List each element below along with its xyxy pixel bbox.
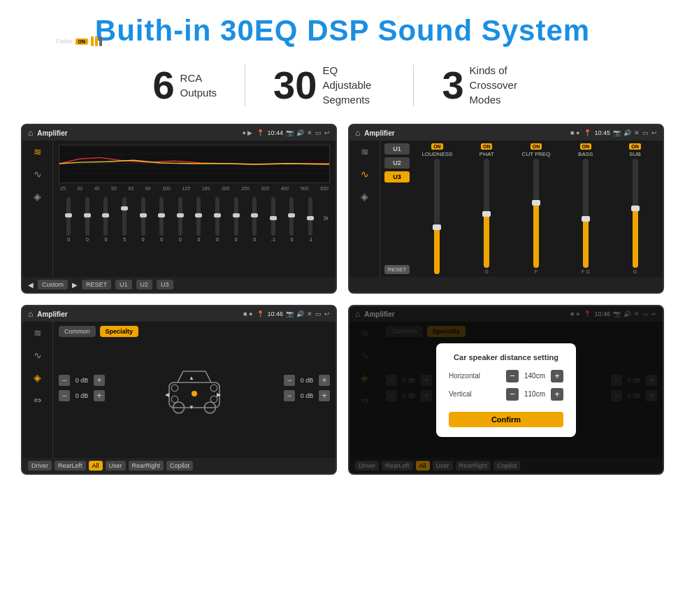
eq-slider-1[interactable]: 0	[60, 197, 78, 242]
eq-label-25: 25	[60, 186, 66, 191]
speaker-icon[interactable]: ◈	[34, 191, 41, 202]
dot-icon-2: ■ ●	[570, 129, 579, 136]
wave-icon[interactable]: ∿	[34, 169, 42, 180]
bass-slider[interactable]	[583, 159, 589, 268]
wave-icon-2[interactable]: ∿	[361, 169, 369, 180]
eq-label-160: 160	[202, 186, 210, 191]
eq-slider-6[interactable]: 0	[153, 197, 171, 242]
eq-mode-icon-2[interactable]: ≋	[361, 146, 369, 157]
bass-name: BASS	[578, 151, 593, 157]
topbar-icons-3: 📍 10:46 📷 🔊 ✕ ▭ ↩	[257, 310, 330, 317]
eq-label-500: 500	[301, 186, 309, 191]
home-icon[interactable]: ⌂	[28, 128, 33, 138]
eq-label-80: 80	[145, 186, 151, 191]
eq-slider-14[interactable]: -1	[302, 197, 319, 242]
vertical-plus-button[interactable]: +	[551, 388, 563, 401]
eq-slider-9[interactable]: 0	[209, 197, 226, 242]
screen3-side-icons: ≋ ∿ ◈ ⇔	[22, 322, 53, 458]
fader-tab-common[interactable]: Common	[59, 326, 96, 337]
all-button[interactable]: All	[89, 461, 103, 471]
eq-reset-button[interactable]: RESET	[82, 280, 111, 289]
eq-prev-button[interactable]: ◀	[28, 281, 34, 289]
fader-tab-specialty[interactable]: Specialty	[100, 326, 139, 337]
cutfreq-slider[interactable]	[533, 159, 539, 268]
eq-slider-11[interactable]: 0	[246, 197, 264, 242]
eq-label-100: 100	[162, 186, 171, 191]
screen1-bottom-bar: ◀ Custom ▶ RESET U1 U2 U3	[22, 277, 336, 292]
screen-crossover: ⌂ Amplifier ■ ● 📍 10:45 📷 🔊 ✕ ▭ ↩ ≋ ∿ ◈	[348, 124, 664, 294]
arrows-icon[interactable]: ⇔	[34, 394, 42, 406]
horizontal-plus-button[interactable]: +	[551, 370, 563, 382]
rearleft-button[interactable]: RearLeft	[55, 461, 86, 471]
eq-slider-10[interactable]: 0	[227, 197, 245, 242]
vol-plus-rr[interactable]: +	[319, 390, 330, 401]
eq-more-icon[interactable]: »	[323, 212, 329, 223]
back-icon-2[interactable]: ↩	[651, 129, 657, 136]
eq-label-32: 32	[77, 186, 82, 191]
eq-label-250: 250	[241, 186, 250, 191]
eq-mode-icon-3[interactable]: ≋	[34, 327, 42, 338]
horizontal-value: 140cm	[521, 372, 548, 380]
page-title: Buith-in 30EQ DSP Sound System	[21, 14, 664, 48]
screen1-side-icons: ≋ ∿ ◈	[22, 141, 53, 277]
cross-reset-button[interactable]: RESET	[384, 265, 410, 274]
confirm-button[interactable]: Confirm	[449, 412, 563, 427]
eq-main: 25 32 40 50 63 80 100 125 160 200 250 32…	[53, 141, 336, 277]
home-icon-3[interactable]: ⌂	[28, 309, 33, 319]
horizontal-label: Horizontal	[449, 372, 487, 380]
cross-u3-button[interactable]: U3	[384, 171, 410, 182]
vol-minus-rr[interactable]: −	[284, 390, 295, 401]
back-icon[interactable]: ↩	[324, 129, 330, 136]
speaker-icon-3[interactable]: ◈	[34, 372, 41, 383]
location-icon-2: 📍	[584, 129, 591, 136]
eq-next-button[interactable]: ▶	[72, 281, 78, 289]
rearright-button[interactable]: RearRight	[129, 461, 164, 471]
driver-button[interactable]: Driver	[28, 461, 52, 471]
eq-slider-4[interactable]: 5	[116, 197, 134, 242]
vol-plus-fr[interactable]: +	[319, 375, 330, 386]
home-icon-2[interactable]: ⌂	[355, 128, 360, 138]
user-button[interactable]: User	[106, 461, 126, 471]
distance-dialog: Car speaker distance setting Horizontal …	[436, 343, 576, 437]
svg-text:▲: ▲	[189, 375, 194, 381]
eq-u1-button[interactable]: U1	[115, 280, 132, 289]
eq-track-1	[66, 197, 71, 236]
eq-slider-12[interactable]: -1	[265, 197, 282, 242]
speaker-icon-2[interactable]: ◈	[361, 191, 368, 202]
loudness-slider[interactable]	[434, 159, 440, 274]
vol-value-rr: 0 dB	[297, 392, 317, 399]
stats-row: 6 RCAOutputs 30 EQ AdjustableSegments 3 …	[21, 63, 664, 107]
eq-label-630: 630	[320, 186, 329, 191]
screen3-time: 10:46	[267, 310, 283, 317]
vol-minus-fl[interactable]: −	[59, 375, 70, 386]
eq-slider-5[interactable]: 0	[134, 197, 152, 242]
cross-channels: ON LOUDNESS ON PHAT	[414, 143, 658, 274]
eq-mode-icon[interactable]: ≋	[34, 146, 42, 157]
wave-icon-3[interactable]: ∿	[34, 350, 42, 361]
cross-u1-button[interactable]: U1	[384, 143, 410, 155]
back-icon-3[interactable]: ↩	[324, 310, 330, 317]
vertical-minus-button[interactable]: −	[506, 388, 519, 401]
vol-plus-rl[interactable]: +	[94, 390, 105, 401]
phat-name: PHAT	[480, 151, 494, 157]
eq-u3-button[interactable]: U3	[157, 280, 173, 289]
eq-slider-7[interactable]: 0	[172, 197, 189, 242]
sub-slider[interactable]	[633, 159, 638, 268]
volume-icon: 🔊	[296, 129, 304, 136]
eq-slider-3[interactable]: 0	[97, 197, 115, 242]
eq-slider-8[interactable]: 0	[190, 197, 208, 242]
copilot-button[interactable]: Copilot	[166, 461, 193, 471]
eq-slider-13[interactable]: 0	[283, 197, 301, 242]
vol-minus-fr[interactable]: −	[284, 375, 295, 386]
vol-minus-rl[interactable]: −	[59, 390, 70, 401]
eq-u2-button[interactable]: U2	[136, 280, 153, 289]
phat-slider[interactable]	[484, 159, 489, 268]
horizontal-minus-button[interactable]: −	[506, 370, 519, 382]
vol-plus-fl[interactable]: +	[94, 375, 105, 386]
screen1-topbar: ⌂ Amplifier ● ▶ 📍 10:44 📷 🔊 ✕ ▭ ↩	[22, 125, 336, 141]
eq-slider-2[interactable]: 0	[79, 197, 96, 242]
eq-preset-custom[interactable]: Custom	[38, 280, 68, 289]
eq-label-125: 125	[182, 186, 190, 191]
eq-label-40: 40	[94, 186, 100, 191]
cross-u2-button[interactable]: U2	[384, 157, 410, 169]
